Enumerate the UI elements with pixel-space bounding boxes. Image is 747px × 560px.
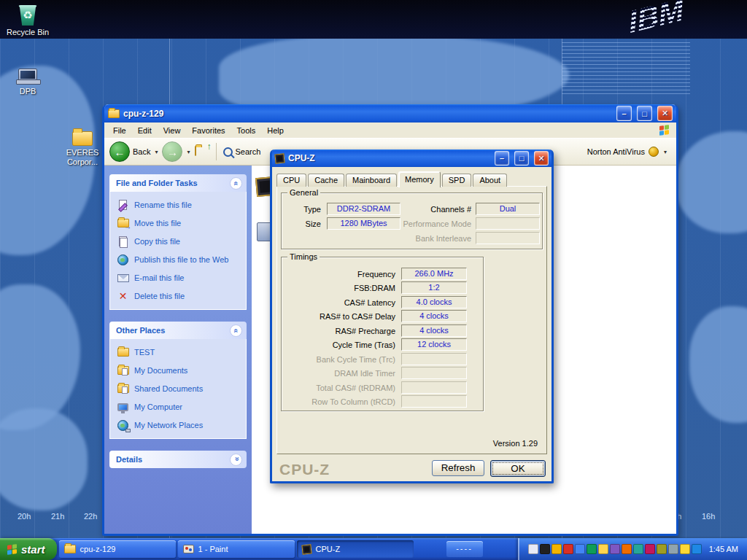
desktop-icon-recycle-bin[interactable]: ♻ Recycle Bin: [0, 2, 55, 37]
tray-icon[interactable]: [657, 544, 667, 554]
desktop-icon-label: Recycle Bin: [0, 28, 55, 37]
norton-dropdown-icon[interactable]: ▾: [664, 149, 667, 155]
taskbar-button-minimized[interactable]: ----: [446, 541, 483, 557]
close-button[interactable]: ✕: [534, 151, 549, 166]
file-tasks-header[interactable]: File and Folder Tasks «: [109, 174, 247, 192]
refresh-button[interactable]: Refresh: [432, 460, 484, 476]
tray-icon[interactable]: [551, 544, 562, 554]
tray-icon[interactable]: [528, 544, 538, 554]
place-test[interactable]: TEST: [117, 346, 241, 358]
minimize-button[interactable]: –: [616, 106, 632, 121]
taskbar-button-explorer[interactable]: cpu-z-129: [59, 540, 176, 558]
folder-icon: [195, 146, 196, 156]
tray-icon[interactable]: [645, 544, 655, 554]
tab-spd[interactable]: SPD: [442, 174, 472, 187]
wallpaper-landmass: [0, 408, 88, 510]
general-group: General Type DDR2-SDRAM Size 1280 MBytes…: [281, 192, 543, 249]
tray-icon[interactable]: [610, 544, 620, 554]
task-copy-file[interactable]: Copy this file: [117, 236, 241, 247]
back-button[interactable]: ←: [109, 141, 130, 162]
toolbar-separator: [216, 143, 217, 160]
timing-row: Total CAS# (tRDRAM): [286, 381, 467, 394]
documents-folder-icon: [117, 365, 129, 376]
search-icon[interactable]: [223, 147, 233, 157]
task-label: Delete this file: [134, 292, 185, 300]
menu-help[interactable]: Help: [261, 124, 290, 137]
panel-title: File and Folder Tasks: [116, 179, 198, 187]
taskbar-button-cpuz[interactable]: CPU-Z: [297, 540, 414, 558]
laptop-icon: [18, 69, 37, 81]
general-row: Channels # Dual: [391, 203, 540, 215]
chevron-down-icon[interactable]: «: [230, 454, 242, 466]
menu-favorites[interactable]: Favorites: [186, 124, 231, 137]
tray-icon[interactable]: [587, 544, 597, 554]
tray-icon[interactable]: [598, 544, 608, 554]
close-button[interactable]: ✕: [657, 106, 673, 121]
tray-icon[interactable]: [563, 544, 573, 554]
chip-icon: [301, 544, 311, 554]
task-rename-file[interactable]: Rename this file: [117, 199, 241, 211]
chevron-up-icon[interactable]: «: [230, 324, 242, 337]
tray-icon[interactable]: [633, 544, 643, 554]
explorer-titlebar[interactable]: cpu-z-129 – □ ✕: [104, 104, 676, 122]
place-my-computer[interactable]: My Computer: [117, 401, 241, 413]
frequency-value: 266.0 MHz: [401, 268, 467, 280]
folder-icon: [108, 109, 120, 118]
menu-file[interactable]: File: [107, 124, 132, 137]
task-label: Rename this file: [134, 201, 192, 209]
up-button[interactable]: ↑: [195, 147, 209, 158]
desktop-icon-dpb[interactable]: DPB: [0, 61, 55, 96]
wallpaper-stripes: [562, 42, 690, 96]
menu-edit[interactable]: Edit: [132, 124, 158, 137]
general-row: Bank Interleave: [391, 232, 540, 244]
tray-icon[interactable]: [668, 544, 678, 554]
taskbar-button-paint[interactable]: 1 - Paint: [178, 540, 295, 558]
maximize-button[interactable]: □: [514, 151, 529, 166]
ok-button[interactable]: OK: [490, 460, 546, 477]
cpuz-window: CPU-Z – □ ✕ CPU Cache Mainboard Memory S…: [270, 149, 554, 483]
menu-tools[interactable]: Tools: [231, 124, 262, 137]
tray-icon[interactable]: [540, 544, 550, 554]
bank-interleave-value: [476, 232, 540, 244]
move-icon: →: [117, 217, 129, 229]
task-move-file[interactable]: → Move this file: [117, 217, 241, 229]
timezone-label: 20h: [18, 512, 31, 521]
other-places-header[interactable]: Other Places «: [109, 322, 247, 339]
norton-antivirus-control[interactable]: Norton AntiVirus ▾: [587, 147, 671, 157]
tab-about[interactable]: About: [473, 174, 507, 187]
other-places-panel: Other Places « TEST My Documents Shared …: [109, 322, 247, 439]
tab-cpu[interactable]: CPU: [276, 174, 306, 187]
forward-button[interactable]: →: [162, 141, 182, 162]
taskbar: start cpu-z-129 1 - Paint CPU-Z ---- 1:4…: [0, 538, 747, 560]
tray-icon[interactable]: [692, 544, 702, 554]
chevron-up-icon[interactable]: «: [230, 177, 242, 190]
place-label: My Computer: [134, 402, 182, 411]
place-label: Shared Documents: [134, 384, 203, 393]
explorer-menubar: File Edit View Favorites Tools Help: [104, 122, 676, 139]
cpuz-titlebar[interactable]: CPU-Z – □ ✕: [272, 149, 551, 167]
forward-dropdown-icon[interactable]: ▾: [187, 149, 190, 155]
ras-to-cas-value: 4 clocks: [401, 310, 467, 322]
maximize-button[interactable]: □: [637, 106, 652, 121]
place-my-network[interactable]: My Network Places: [117, 419, 241, 431]
system-tray: 1:45 AM: [518, 538, 747, 560]
start-button[interactable]: start: [0, 538, 57, 560]
tray-icon[interactable]: [622, 544, 632, 554]
task-delete-file[interactable]: ✕ Delete this file: [117, 290, 241, 302]
tray-icon[interactable]: [575, 544, 585, 554]
taskbar-clock: 1:45 AM: [709, 545, 741, 553]
task-publish-file[interactable]: Publish this file to the Web: [117, 254, 241, 265]
task-email-file[interactable]: E-mail this file: [117, 272, 241, 284]
place-shared-documents[interactable]: Shared Documents: [117, 383, 241, 394]
place-my-documents[interactable]: My Documents: [117, 365, 241, 376]
tab-cache[interactable]: Cache: [308, 174, 344, 187]
general-row: Type DDR2-SDRAM: [287, 203, 400, 215]
back-dropdown-icon[interactable]: ▾: [155, 149, 158, 155]
details-header[interactable]: Details «: [109, 451, 247, 468]
tab-memory[interactable]: Memory: [398, 171, 441, 187]
minimize-button[interactable]: –: [495, 151, 509, 166]
menu-view[interactable]: View: [158, 124, 187, 137]
tray-icon[interactable]: [680, 544, 690, 554]
timing-row: DRAM Idle Timer: [286, 367, 467, 379]
tab-mainboard[interactable]: Mainboard: [346, 174, 397, 187]
